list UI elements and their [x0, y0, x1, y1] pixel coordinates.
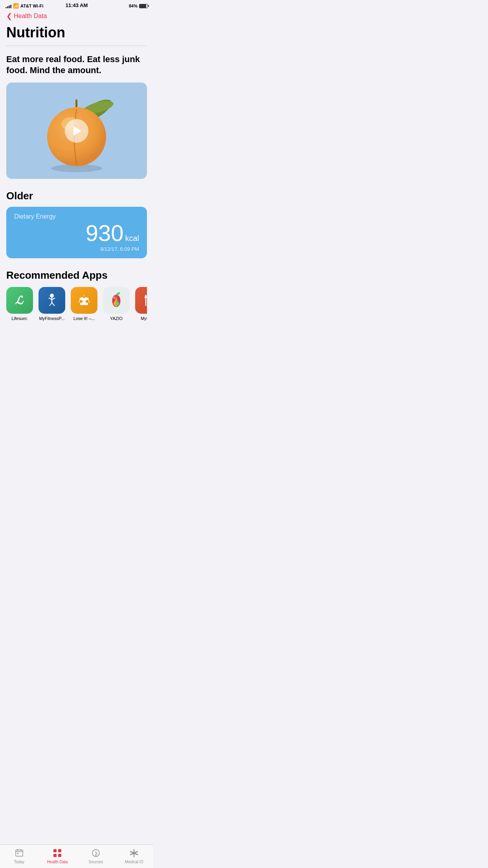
battery-info: 84% [129, 4, 148, 8]
myfitnesspal-label: MyFitnessP... [39, 316, 64, 321]
lifesum-icon: ℒ [6, 287, 33, 314]
status-time: 11:43 AM [66, 2, 88, 8]
battery-percent: 84% [129, 4, 138, 8]
back-label: Health Data [14, 13, 47, 20]
dietary-date: 9/12/17, 6:09 PM [14, 246, 139, 252]
play-triangle-icon [73, 126, 81, 136]
apps-row: ℒ Lifesum: MyFitnessP... [6, 287, 147, 325]
back-chevron-icon: ❮ [6, 13, 12, 20]
loseit-icon [71, 287, 97, 314]
dietary-value-row: 930 kcal [14, 222, 139, 245]
dietary-energy-card[interactable]: Dietary Energy 930 kcal 9/12/17, 6:09 PM [6, 207, 147, 258]
page-title: Nutrition [6, 20, 147, 46]
dietary-unit: kcal [125, 234, 139, 243]
tagline: Eat more real food. Eat less junk food. … [6, 54, 147, 75]
app-item-loseit[interactable]: Lose It! –... [71, 287, 97, 321]
dietary-label: Dietary Energy [14, 213, 139, 220]
lifesum-label: Lifesum: [11, 316, 28, 321]
svg-point-8 [50, 294, 54, 298]
myplate-label: MyPlate [141, 316, 147, 321]
battery-icon [139, 4, 148, 8]
svg-rect-3 [75, 99, 77, 107]
main-content: Nutrition Eat more real food. Eat less j… [0, 20, 153, 325]
carrier-label: AT&T Wi-Fi [20, 4, 43, 8]
myplate-icon [135, 287, 147, 314]
yazio-icon [103, 287, 130, 314]
older-section-title: Older [6, 190, 147, 202]
svg-point-17 [83, 296, 85, 298]
svg-rect-15 [83, 300, 86, 303]
video-card[interactable] [6, 83, 147, 179]
recommended-apps-title: Recommended Apps [6, 269, 147, 281]
svg-point-20 [113, 296, 116, 299]
yazio-label: YAZIO [110, 316, 123, 321]
svg-text:ℒ: ℒ [15, 294, 24, 307]
status-bar: 📶 AT&T Wi-Fi 11:43 AM 84% [0, 0, 153, 11]
app-item-myfitnesspal[interactable]: MyFitnessP... [39, 287, 65, 321]
back-button[interactable]: ❮ Health Data [6, 13, 47, 20]
wifi-icon: 📶 [13, 3, 19, 9]
myfitnesspal-icon [39, 287, 65, 314]
svg-line-12 [50, 303, 52, 306]
play-button[interactable] [65, 119, 88, 143]
nav-bar: ❮ Health Data [0, 11, 153, 20]
carrier-info: 📶 AT&T Wi-Fi [6, 3, 43, 9]
dietary-value: 930 [86, 222, 124, 245]
signal-icon [6, 4, 11, 8]
app-item-lifesum[interactable]: ℒ Lifesum: [6, 287, 33, 321]
app-item-myplate[interactable]: MyPlate [135, 287, 147, 321]
svg-line-13 [52, 303, 55, 306]
svg-rect-14 [80, 303, 88, 305]
app-item-yazio[interactable]: YAZIO [103, 287, 130, 321]
loseit-label: Lose It! –... [73, 316, 95, 321]
